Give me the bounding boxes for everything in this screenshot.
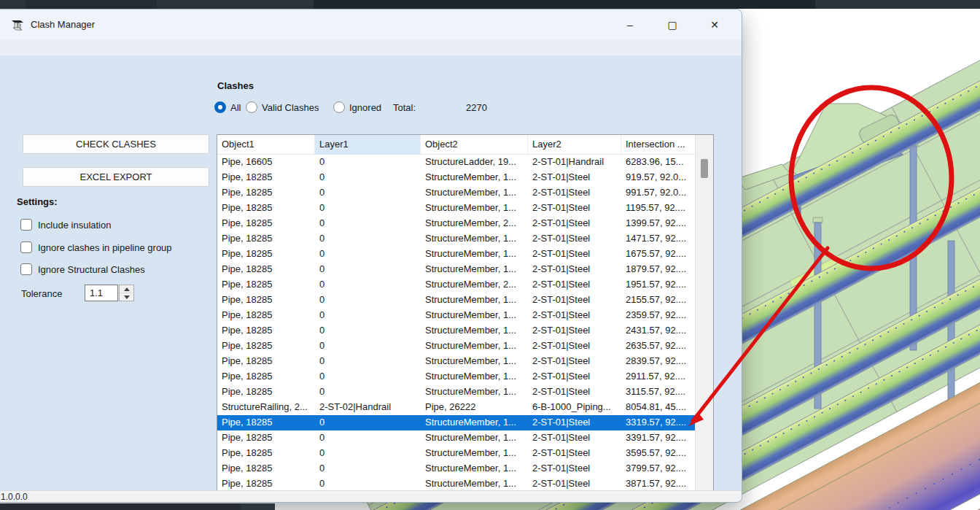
checkbox-icon[interactable] (20, 263, 32, 275)
table-row[interactable]: Pipe, 182850StructureMember, 1...2-ST-01… (217, 415, 695, 430)
table-cell: 2-ST-01|Steel (528, 170, 621, 185)
table-cell: StructureMember, 1... (421, 446, 528, 461)
table-row[interactable]: Pipe, 182850StructureMember, 1...2-ST-01… (217, 446, 695, 461)
table-cell: 0 (315, 231, 421, 247)
table-row[interactable]: Pipe, 166050StructureLadder, 19...2-ST-0… (217, 155, 695, 170)
table-cell: 0 (315, 155, 421, 170)
table-row[interactable]: Pipe, 182850StructureMember, 1...2-ST-01… (217, 461, 695, 476)
table-cell: StructureMember, 1... (421, 339, 528, 354)
background-app-bar (0, 0, 980, 9)
table-cell: 2-ST-01|Steel (528, 369, 621, 385)
scrollbar-thumb[interactable] (701, 159, 708, 178)
table-cell: StructureMember, 1... (421, 461, 528, 476)
radio-icon[interactable] (333, 101, 345, 113)
table-row[interactable]: Pipe, 182850StructureMember, 1...2-ST-01… (217, 354, 695, 369)
table-row[interactable]: Pipe, 182850StructureMember, 1...2-ST-01… (217, 476, 695, 492)
table-row[interactable]: Pipe, 182850StructureMember, 2...2-ST-01… (217, 216, 695, 231)
window-title: Clash Manager (31, 19, 95, 30)
status-bar: 1.0.0.0 (0, 490, 742, 503)
checkbox-icon[interactable] (20, 242, 32, 253)
table-cell: Pipe, 18285 (217, 170, 315, 185)
table-cell: 3799.57, 92.... (621, 461, 695, 476)
table-cell: StructureMember, 1... (421, 185, 528, 201)
table-row[interactable]: StructureRailing, 2...2-ST-02|HandrailPi… (217, 400, 695, 415)
checkbox-include-insulation[interactable]: Include insulation (20, 218, 111, 231)
checkbox-icon[interactable] (20, 219, 32, 231)
table-cell: StructureMember, 2... (421, 277, 528, 293)
table-cell: 2-ST-01|Handrail (528, 155, 621, 170)
table-cell: 1951.57, 92.... (621, 277, 695, 293)
table-row[interactable]: Pipe, 182850StructureMember, 2...2-ST-01… (217, 277, 695, 293)
clash-table[interactable]: Object1 Layer1 Object2 Layer2 Intersecti… (217, 134, 714, 492)
table-row[interactable]: Pipe, 182850StructureMember, 1...2-ST-01… (217, 369, 695, 385)
table-cell: 2-ST-01|Steel (528, 476, 621, 492)
radio-icon[interactable] (246, 101, 257, 113)
maximize-button[interactable]: ▢ (651, 9, 693, 39)
table-cell: Pipe, 18285 (217, 339, 315, 354)
table-cell: StructureMember, 1... (421, 293, 528, 308)
column-header-layer2[interactable]: Layer2 (528, 135, 621, 155)
close-button[interactable]: ✕ (693, 9, 736, 39)
table-cell: 0 (315, 216, 421, 231)
table-cell: 991.57, 92.0... (621, 185, 695, 201)
table-row[interactable]: Pipe, 182850StructureMember, 1...2-ST-01… (217, 262, 695, 277)
table-row[interactable]: Pipe, 182850StructureMember, 1...2-ST-01… (217, 323, 695, 339)
table-cell: StructureMember, 1... (421, 231, 528, 247)
table-row[interactable]: Pipe, 182850StructureMember, 1...2-ST-01… (217, 430, 695, 446)
table-row[interactable]: Pipe, 182850StructureMember, 1...2-ST-01… (217, 201, 695, 216)
table-cell: 2431.57, 92.... (621, 323, 695, 339)
table-row[interactable]: Pipe, 182850StructureMember, 1...2-ST-01… (217, 231, 695, 247)
table-cell: Pipe, 18285 (217, 293, 315, 308)
table-row[interactable]: Pipe, 182850StructureMember, 1...2-ST-01… (217, 170, 695, 185)
excel-export-button[interactable]: EXCEL EXPORT (23, 167, 209, 187)
table-row[interactable]: Pipe, 182850StructureMember, 1...2-ST-01… (217, 385, 695, 400)
table-cell: 2-ST-01|Steel (528, 216, 621, 231)
stepper-up-icon[interactable] (120, 285, 133, 293)
table-cell: StructureMember, 1... (421, 262, 528, 277)
filter-radio-all[interactable]: All (214, 101, 241, 114)
column-header-object2[interactable]: Object2 (421, 135, 528, 155)
tolerance-label: Tolerance (21, 288, 62, 299)
table-cell: 0 (315, 247, 421, 262)
checkbox-ignore-structural[interactable]: Ignore Structural Clashes (20, 263, 145, 276)
titlebar[interactable]: Clash Manager – ▢ ✕ (0, 9, 742, 39)
table-cell: Pipe, 18285 (217, 461, 315, 476)
minimize-button[interactable]: – (609, 9, 651, 39)
table-cell: 2-ST-01|Steel (528, 461, 621, 476)
table-cell: 1399.57, 92.... (621, 216, 695, 231)
table-cell: 2155.57, 92.... (621, 293, 695, 308)
table-cell: 2-ST-01|Steel (528, 308, 621, 323)
column-header-layer1[interactable]: Layer1 (315, 135, 421, 155)
stepper-down-icon[interactable] (120, 293, 133, 301)
table-row[interactable]: Pipe, 182850StructureMember, 1...2-ST-01… (217, 293, 695, 308)
settings-heading: Settings: (17, 196, 58, 207)
table-cell: 1675.57, 92.... (621, 247, 695, 262)
table-row[interactable]: Pipe, 182850StructureMember, 1...2-ST-01… (217, 247, 695, 262)
column-header-object1[interactable]: Object1 (217, 135, 315, 155)
table-row[interactable]: Pipe, 182850StructureMember, 1...2-ST-01… (217, 339, 695, 354)
table-row[interactable]: Pipe, 182850StructureMember, 1...2-ST-01… (217, 308, 695, 323)
checkbox-ignore-pipeline-group[interactable]: Ignore clashes in pipeline group (20, 241, 172, 254)
filter-radio-ignored[interactable]: Ignored (333, 101, 381, 114)
table-cell: 0 (315, 201, 421, 216)
filter-radio-valid-clashes[interactable]: Valid Clashes (246, 101, 319, 114)
tolerance-input[interactable]: 1.1 (85, 285, 118, 301)
table-scrollbar[interactable] (695, 135, 713, 491)
table-row[interactable]: Pipe, 182850StructureMember, 1...2-ST-01… (217, 185, 695, 201)
table-cell: 2-ST-02|Handrail (315, 400, 421, 415)
version-text: 1.0.0.0 (1, 492, 28, 502)
tolerance-stepper[interactable] (119, 285, 134, 301)
table-cell: 3319.57, 92.... (621, 415, 695, 430)
table-cell: Pipe, 18285 (217, 323, 315, 339)
table-cell: 3391.57, 92.... (621, 430, 695, 446)
table-cell: Pipe, 18285 (217, 262, 315, 277)
table-cell: 0 (315, 323, 421, 339)
table-cell: 0 (315, 430, 421, 446)
table-cell: 0 (315, 476, 421, 492)
radio-icon[interactable] (214, 101, 226, 113)
check-clashes-button[interactable]: CHECK CLASHES (23, 134, 209, 154)
table-cell: 8054.81, 45.... (621, 400, 695, 415)
table-cell: 6-B-1000_Piping... (528, 400, 621, 415)
column-header-intersection[interactable]: Intersection ... (621, 135, 695, 155)
radio-label: Ignored (349, 102, 381, 113)
